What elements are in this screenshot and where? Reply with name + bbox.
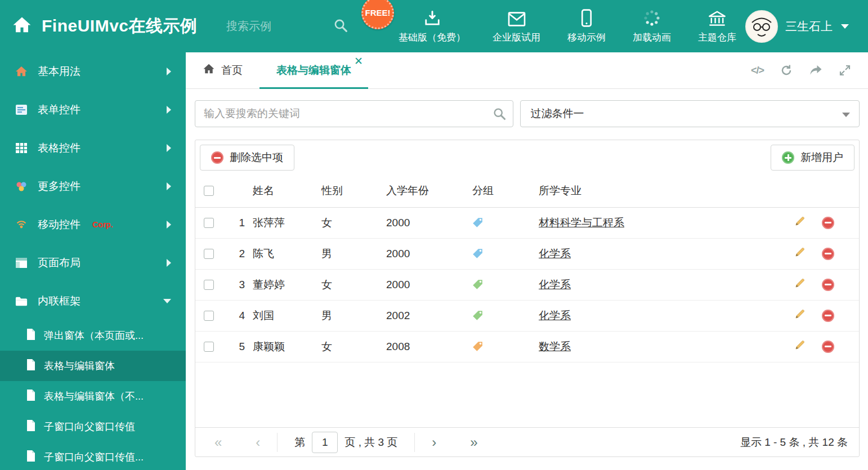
sidebar-item-label: 更多控件	[38, 179, 80, 194]
file-icon	[26, 450, 36, 465]
sidebar-subitem-child-to-parent[interactable]: 子窗口向父窗口传值	[0, 411, 186, 442]
nav-basic-edition[interactable]: FREE! 基础版（免费）	[399, 9, 466, 44]
search-icon[interactable]	[493, 107, 506, 123]
header-search-input[interactable]	[226, 20, 349, 33]
sidebar-subitem-child-to-parent-2[interactable]: 子窗口向父窗口传值...	[0, 442, 186, 470]
table-row[interactable]: 1 张萍萍 女 2000 材料科学与工程系	[195, 207, 859, 238]
sidebar-item-grid-controls[interactable]: 表格控件	[0, 129, 186, 167]
nav-mobile-demo[interactable]: 移动示例	[567, 9, 606, 44]
search-icon[interactable]	[333, 18, 348, 35]
delete-icon[interactable]	[822, 279, 834, 291]
table-row[interactable]: 3 董婷婷 女 2000 化学系	[195, 269, 859, 300]
prev-page-button[interactable]: ‹	[256, 436, 260, 449]
filter-dropdown-value: 过滤条件一	[531, 106, 584, 121]
table-row[interactable]: 4 刘国 男 2002 化学系	[195, 300, 859, 331]
sidebar-item-mobile-controls[interactable]: 移动控件 Corp.	[0, 205, 186, 244]
major-link[interactable]: 化学系	[539, 279, 571, 290]
add-user-button[interactable]: 新增用户	[771, 145, 854, 171]
delete-icon[interactable]	[822, 248, 834, 260]
edit-icon[interactable]	[794, 308, 806, 323]
home-icon	[12, 16, 32, 36]
delete-icon[interactable]	[822, 217, 834, 229]
sidebar-item-label: 内联框架	[38, 294, 80, 308]
row-number: 5	[227, 331, 253, 362]
column-header-gender: 性别	[321, 175, 386, 207]
first-page-button[interactable]: «	[214, 436, 222, 449]
tag-icon	[472, 248, 539, 259]
table-header-row: 姓名 性别 入学年份 分组 所学专业	[195, 175, 859, 207]
cell-name: 张萍萍	[253, 207, 321, 238]
sidebar-subitem-grid-edit-window-2[interactable]: 表格与编辑窗体（不...	[0, 381, 186, 411]
sidebar-item-form-controls[interactable]: 表单控件	[0, 91, 186, 129]
filter-dropdown[interactable]: 过滤条件一	[520, 100, 860, 127]
keyword-search-input[interactable]	[195, 100, 513, 127]
next-page-button[interactable]: ›	[432, 436, 436, 449]
sidebar-subitem-popup-window[interactable]: 弹出窗体（本页面或...	[0, 320, 186, 351]
major-link[interactable]: 化学系	[539, 248, 571, 259]
sidebar-item-more-controls[interactable]: 更多控件	[0, 167, 186, 205]
sidebar-subitem-grid-edit-window[interactable]: 表格与编辑窗体	[0, 351, 186, 381]
minus-circle-icon	[211, 151, 223, 164]
user-name: 三生石上	[785, 19, 833, 34]
row-number: 3	[227, 269, 253, 300]
layout-icon	[15, 257, 28, 268]
cell-year: 2008	[386, 331, 472, 362]
edit-icon[interactable]	[794, 277, 806, 292]
nav-loading-animation[interactable]: 加载动画	[633, 9, 671, 44]
file-icon	[26, 389, 36, 404]
chevron-right-icon	[167, 144, 171, 152]
table-row[interactable]: 5 康颖颖 女 2008 数学系	[195, 331, 859, 362]
select-all-checkbox[interactable]	[204, 186, 214, 196]
chevron-right-icon	[167, 182, 171, 190]
last-page-button[interactable]: »	[470, 436, 477, 449]
chevron-down-icon	[842, 113, 850, 117]
nav-enterprise-trial[interactable]: 企业版试用	[493, 9, 540, 44]
delete-icon[interactable]	[822, 341, 834, 353]
nav-theme-repo[interactable]: 主题仓库	[698, 9, 736, 44]
cell-gender: 女	[321, 269, 386, 300]
user-menu[interactable]: 三生石上	[745, 10, 868, 43]
refresh-icon[interactable]	[780, 64, 793, 77]
page-prefix-label: 第	[294, 435, 305, 450]
folder-icon	[15, 296, 28, 306]
grid-panel: 删除选中项 新增用户	[195, 140, 860, 457]
row-checkbox[interactable]	[204, 249, 214, 259]
page-number-input[interactable]	[312, 432, 338, 453]
tag-icon	[472, 217, 539, 228]
row-checkbox[interactable]	[204, 311, 214, 321]
share-icon[interactable]	[809, 65, 823, 76]
record-count-summary: 显示 1 - 5 条 , 共 12 条	[740, 435, 848, 450]
close-icon[interactable]: ✕	[354, 56, 363, 66]
sidebar-subitem-label: 弹出窗体（本页面或...	[44, 329, 144, 342]
tab-home[interactable]: 首页	[186, 52, 259, 88]
major-link[interactable]: 材料科学与工程系	[539, 217, 624, 229]
avatar	[745, 10, 778, 43]
cell-year: 2002	[386, 300, 472, 331]
add-button-label: 新增用户	[800, 150, 843, 165]
expand-icon[interactable]	[839, 64, 851, 77]
edit-icon[interactable]	[794, 215, 806, 230]
major-link[interactable]: 化学系	[539, 310, 571, 321]
edit-icon[interactable]	[794, 339, 806, 354]
tab-grid-edit-window[interactable]: 表格与编辑窗体 ✕	[259, 52, 368, 88]
plus-circle-icon	[782, 151, 794, 164]
major-link[interactable]: 数学系	[539, 341, 571, 352]
nav-label: 加载动画	[633, 31, 671, 44]
chevron-down-icon	[163, 299, 171, 303]
delete-icon[interactable]	[822, 310, 834, 322]
top-header: FineUIMvc在线示例 FREE! 基础版（免费） 企业版试用	[0, 0, 868, 52]
source-code-icon[interactable]: </>	[751, 65, 764, 77]
row-checkbox[interactable]	[204, 342, 214, 352]
sidebar-item-page-layout[interactable]: 页面布局	[0, 244, 186, 282]
file-icon	[26, 359, 36, 374]
row-checkbox[interactable]	[204, 280, 214, 290]
house-icon	[15, 66, 28, 77]
row-checkbox[interactable]	[204, 218, 214, 228]
brand[interactable]: FineUIMvc在线示例	[0, 15, 226, 38]
edit-icon[interactable]	[794, 246, 806, 261]
sidebar: 基本用法 表单控件 表格控件 更多控件	[0, 52, 186, 470]
table-row[interactable]: 2 陈飞 男 2000 化学系	[195, 238, 859, 269]
sidebar-item-basic-usage[interactable]: 基本用法	[0, 52, 186, 91]
sidebar-item-inline-frame[interactable]: 内联框架	[0, 282, 186, 320]
delete-selected-button[interactable]: 删除选中项	[200, 145, 294, 171]
